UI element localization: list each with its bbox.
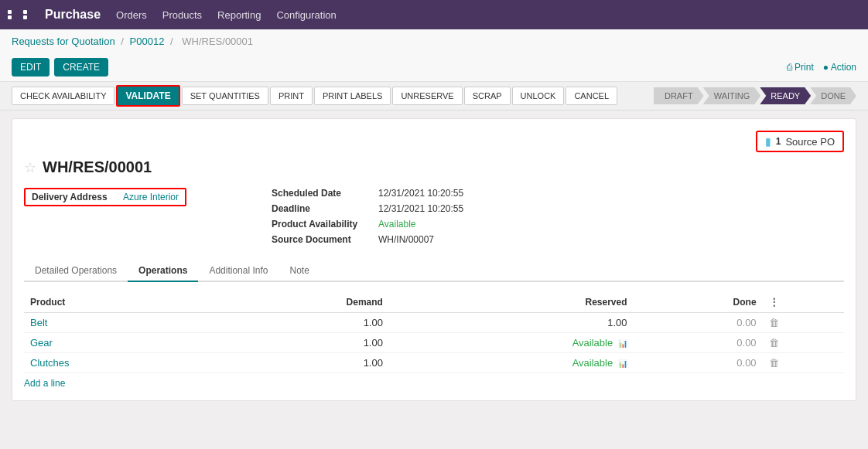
nav-orders[interactable]: Orders — [116, 9, 147, 21]
card-icon: ▮ — [765, 135, 771, 148]
deadline-value: 12/31/2021 10:20:55 — [378, 203, 463, 214]
scrap-button[interactable]: SCRAP — [464, 87, 511, 105]
print-button[interactable]: ⎙ Print — [787, 62, 814, 73]
record-card: ▮ 1 Source PO ☆ WH/RES/00001 Delivery Ad… — [12, 118, 856, 401]
unreserve-button[interactable]: UNRESERVE — [392, 87, 462, 105]
validate-button[interactable]: VALIDATE — [116, 85, 179, 107]
status-ready: READY — [760, 87, 811, 104]
breadcrumb: Requests for Quotation / P00012 / WH/RES… — [0, 29, 868, 53]
delivery-address-label: Delivery Address — [32, 192, 117, 202]
demand-gear: 1.00 — [364, 337, 383, 349]
brand-name: Purchase — [45, 8, 101, 22]
tab-additional-info[interactable]: Additional Info — [198, 260, 279, 282]
scheduled-date-row: Scheduled Date 12/31/2021 10:20:55 — [272, 188, 463, 199]
delete-icon-belt[interactable]: 🗑 — [769, 317, 779, 328]
table-row: Clutches 1.00 Available 📊 0.00 🗑 — [24, 353, 844, 373]
source-po-button[interactable]: ▮ 1 Source PO — [756, 131, 844, 152]
done-clutches: 0.00 — [736, 357, 756, 369]
breadcrumb-po[interactable]: P00012 — [130, 36, 165, 47]
deadline-row: Deadline 12/31/2021 10:20:55 — [272, 203, 463, 214]
set-quantities-button[interactable]: SET QUANTITIES — [182, 87, 268, 105]
source-doc-label: Source Document — [272, 234, 372, 245]
toolbar: CHECK AVAILABILITY VALIDATE SET QUANTITI… — [0, 82, 868, 111]
tab-operations[interactable]: Operations — [128, 260, 198, 282]
breadcrumb-rfq[interactable]: Requests for Quotation — [12, 36, 115, 47]
delete-icon-gear[interactable]: 🗑 — [769, 337, 779, 349]
source-doc-row: Source Document WH/IN/00007 — [272, 234, 463, 245]
create-button[interactable]: CREATE — [54, 58, 108, 77]
forecast-icon-clutches[interactable]: 📊 — [618, 359, 627, 368]
product-link-clutches[interactable]: Clutches — [30, 357, 70, 369]
record-name: WH/RES/00001 — [43, 158, 152, 176]
table-row: Gear 1.00 Available 📊 0.00 🗑 — [24, 333, 844, 353]
reserved-clutches: Available — [572, 357, 613, 369]
done-belt: 0.00 — [736, 317, 756, 328]
product-avail-row: Product Availability Available — [272, 219, 463, 230]
source-po-label: Source PO — [785, 136, 835, 148]
scheduled-date-value: 12/31/2021 10:20:55 — [378, 188, 463, 199]
nav-products[interactable]: Products — [162, 9, 202, 21]
scheduled-date-label: Scheduled Date — [272, 188, 372, 199]
delete-icon-clutches[interactable]: 🗑 — [769, 357, 779, 369]
breadcrumb-current: WH/RES/00001 — [182, 36, 253, 47]
tabs: Detailed Operations Operations Additiona… — [24, 260, 844, 282]
deadline-label: Deadline — [272, 203, 372, 214]
status-draft: DRAFT — [654, 87, 704, 104]
right-fields: Scheduled Date 12/31/2021 10:20:55 Deadl… — [272, 188, 463, 245]
more-options-icon[interactable]: ⋮ — [769, 296, 779, 308]
source-doc-value: WH/IN/00007 — [378, 234, 434, 245]
col-more: ⋮ — [763, 291, 844, 313]
print-labels-button[interactable]: PRINT LABELS — [314, 87, 391, 105]
print-button[interactable]: PRINT — [270, 87, 313, 105]
source-po-count: 1 — [776, 136, 781, 147]
tab-detailed-operations[interactable]: Detailed Operations — [24, 260, 128, 282]
action-button[interactable]: ● Action — [823, 62, 856, 73]
tab-note[interactable]: Note — [279, 260, 320, 282]
actionbar: EDIT CREATE ⎙ Print ● Action — [0, 53, 868, 82]
nav-configuration[interactable]: Configuration — [276, 9, 336, 21]
demand-clutches: 1.00 — [364, 357, 383, 369]
demand-belt: 1.00 — [364, 317, 383, 328]
col-product: Product — [24, 291, 211, 313]
toolbar-left: CHECK AVAILABILITY VALIDATE SET QUANTITI… — [12, 85, 617, 107]
col-done: Done — [634, 291, 763, 313]
forecast-icon-gear[interactable]: 📊 — [618, 339, 627, 348]
product-avail-value: Available — [378, 219, 415, 230]
col-demand: Demand — [211, 291, 389, 313]
app-grid-icon[interactable] — [8, 10, 37, 19]
nav-reporting[interactable]: Reporting — [217, 9, 261, 21]
content: ▮ 1 Source PO ☆ WH/RES/00001 Delivery Ad… — [0, 111, 868, 409]
source-po-area: ▮ 1 Source PO — [24, 131, 844, 152]
status-steps: DRAFT WAITING READY DONE — [654, 87, 856, 104]
done-gear: 0.00 — [736, 337, 756, 349]
status-waiting: WAITING — [703, 87, 761, 104]
topnav-links: Orders Products Reporting Configuration — [116, 9, 337, 21]
add-line-button[interactable]: Add a line — [24, 378, 65, 389]
edit-button[interactable]: EDIT — [12, 58, 50, 77]
product-link-gear[interactable]: Gear — [30, 337, 53, 349]
reserved-belt: 1.00 — [607, 317, 627, 328]
reserved-gear: Available — [572, 337, 613, 349]
product-avail-label: Product Availability — [272, 219, 372, 230]
actionbar-left: EDIT CREATE — [12, 58, 108, 77]
unlock-button[interactable]: UNLOCK — [512, 87, 565, 105]
cancel-button[interactable]: CANCEL — [566, 87, 617, 105]
favorite-star-icon[interactable]: ☆ — [24, 159, 36, 176]
topnav: Purchase Orders Products Reporting Confi… — [0, 0, 868, 29]
operations-table: Product Demand Reserved Done ⋮ Belt 1.00… — [24, 291, 844, 373]
col-reserved: Reserved — [389, 291, 634, 313]
product-link-belt[interactable]: Belt — [30, 317, 47, 328]
actionbar-right: ⎙ Print ● Action — [787, 62, 856, 73]
delivery-address-value[interactable]: Azure Interior — [123, 192, 179, 202]
table-row: Belt 1.00 1.00 0.00 🗑 — [24, 313, 844, 333]
check-availability-button[interactable]: CHECK AVAILABILITY — [12, 87, 114, 105]
status-done: DONE — [810, 87, 856, 104]
record-title: ☆ WH/RES/00001 — [24, 158, 844, 176]
